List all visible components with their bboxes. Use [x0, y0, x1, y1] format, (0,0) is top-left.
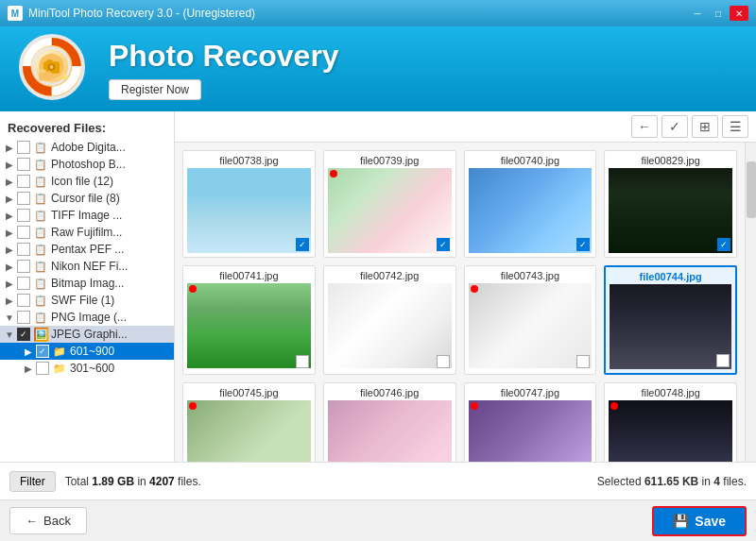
card-checkbox[interactable]: ✓: [717, 238, 730, 251]
card-checkbox[interactable]: ✓: [576, 238, 590, 251]
sidebar-item-cursor[interactable]: ▶ 📋 Cursor file (8): [0, 190, 174, 207]
item-checkbox[interactable]: [17, 260, 30, 273]
image-card[interactable]: file00747.jpg: [464, 382, 597, 462]
file-icon: 🖼️: [34, 328, 47, 341]
sidebar-item-label: Bitmap Imag...: [51, 277, 124, 290]
sidebar-item-photoshop[interactable]: ▶ 📋 Photoshop B...: [0, 156, 174, 173]
item-checkbox[interactable]: [17, 209, 30, 222]
sidebar-item-swf[interactable]: ▶ 📋 SWF File (1): [0, 292, 174, 309]
svg-rect-7: [39, 72, 51, 81]
sidebar-item-jpeg[interactable]: ▼ ✓ 🖼️ JPEG Graphi...: [0, 326, 174, 343]
sidebar-item-raw[interactable]: ▶ 📋 Raw Fujifilm...: [0, 224, 174, 241]
sidebar-item-bitmap[interactable]: ▶ 📋 Bitmap Imag...: [0, 275, 174, 292]
scrollbar-thumb[interactable]: [747, 161, 756, 218]
selected-text: Selected 611.65 KB in 4 files.: [597, 475, 747, 488]
image-card[interactable]: file00829.jpg✓: [604, 150, 737, 258]
sidebar-item-label: Adobe Digita...: [51, 141, 126, 154]
image-filename: file00745.jpg: [187, 387, 311, 398]
image-grid: file00738.jpg✓file00739.jpg✓file00740.jp…: [175, 143, 745, 462]
svg-rect-8: [39, 70, 46, 73]
statusbar: Filter Total 1.89 GB in 4207 files. Sele…: [0, 462, 756, 499]
back-button[interactable]: ← Back: [9, 507, 87, 534]
maximize-button[interactable]: □: [709, 6, 728, 21]
image-card[interactable]: file00739.jpg✓: [323, 150, 456, 258]
sidebar-item-range1[interactable]: ▶ ✓ 📁 601~900: [0, 343, 174, 360]
sidebar-item-adobe[interactable]: ▶ 📋 Adobe Digita...: [0, 139, 174, 156]
filter-button[interactable]: Filter: [9, 471, 56, 492]
expand-icon: ▶: [4, 261, 15, 272]
app-header-title: Photo Recovery: [109, 39, 737, 74]
expand-icon: ▶: [4, 278, 15, 289]
card-checkbox[interactable]: ✓: [296, 238, 309, 251]
expand-icon: ▶: [23, 363, 34, 374]
file-tree-sidebar: Recovered Files: ▶ 📋 Adobe Digita... ▶ 📋…: [0, 111, 175, 462]
file-icon: 📋: [34, 311, 47, 324]
sidebar-item-png[interactable]: ▼ 📋 PNG Image (...: [0, 309, 174, 326]
sidebar-item-label: Pentax PEF ...: [51, 243, 124, 256]
card-checkbox[interactable]: [296, 355, 309, 368]
header: ★ Photo Recovery Register Now: [0, 26, 756, 111]
save-disk-icon: 💾: [673, 514, 689, 529]
item-checkbox[interactable]: [17, 277, 30, 290]
card-checkbox[interactable]: [716, 354, 730, 367]
close-button[interactable]: ✕: [730, 6, 748, 21]
sidebar-item-label: Icon file (12): [51, 175, 113, 188]
item-checkbox[interactable]: [17, 226, 30, 239]
content-toolbar: ← ✓ ⊞ ☰: [175, 111, 756, 143]
file-icon: 📋: [34, 277, 47, 290]
back-nav-button[interactable]: ←: [631, 115, 658, 138]
sidebar-title: Recovered Files:: [0, 115, 174, 139]
file-icon: 📋: [34, 192, 47, 205]
header-text: Photo Recovery Register Now: [109, 39, 737, 100]
card-checkbox[interactable]: [576, 355, 590, 368]
sidebar-item-icon[interactable]: ▶ 📋 Icon file (12): [0, 173, 174, 190]
item-checkbox[interactable]: [17, 141, 30, 154]
expand-icon: ▶: [4, 227, 15, 238]
item-checkbox[interactable]: ✓: [36, 345, 49, 358]
file-icon: 📋: [34, 226, 47, 239]
save-label: Save: [695, 514, 726, 529]
folder-icon: 📁: [53, 345, 66, 358]
image-filename: file00748.jpg: [609, 387, 732, 398]
item-checkbox[interactable]: [17, 158, 30, 171]
status-text: Total 1.89 GB in 4207 files.: [65, 475, 588, 488]
sidebar-item-tiff[interactable]: ▶ 📋 TIFF Image ...: [0, 207, 174, 224]
scrollbar[interactable]: [745, 143, 756, 462]
expand-icon: ▶: [4, 159, 15, 170]
card-checkbox[interactable]: [437, 355, 450, 368]
image-card[interactable]: file00744.jpg: [604, 265, 737, 375]
select-all-button[interactable]: ✓: [662, 115, 688, 138]
save-button[interactable]: 💾 Save: [652, 506, 747, 536]
image-card[interactable]: file00742.jpg: [323, 265, 456, 375]
image-thumbnail: [328, 283, 452, 368]
total-size: 1.89 GB: [92, 475, 134, 488]
image-card[interactable]: file00743.jpg: [464, 265, 597, 375]
sidebar-item-label: Photoshop B...: [51, 158, 126, 171]
image-card[interactable]: file00748.jpg: [604, 382, 737, 462]
file-icon: 📋: [34, 175, 47, 188]
expand-icon: ▼: [4, 312, 15, 323]
image-card[interactable]: file00745.jpg: [182, 382, 316, 462]
image-card[interactable]: file00740.jpg✓: [464, 150, 597, 258]
image-card[interactable]: file00746.jpg: [323, 382, 456, 462]
image-filename: file00740.jpg: [469, 155, 593, 166]
sidebar-item-pentax[interactable]: ▶ 📋 Pentax PEF ...: [0, 241, 174, 258]
item-checkbox[interactable]: [17, 243, 30, 256]
image-card[interactable]: file00738.jpg✓: [182, 150, 316, 258]
item-checkbox[interactable]: [17, 294, 30, 307]
item-checkbox[interactable]: ✓: [17, 328, 30, 341]
item-checkbox[interactable]: [17, 175, 30, 188]
minimize-button[interactable]: ─: [688, 6, 707, 21]
register-button[interactable]: Register Now: [109, 79, 201, 100]
image-card[interactable]: file00741.jpg: [182, 265, 316, 375]
sidebar-item-range2[interactable]: ▶ 📁 301~600: [0, 360, 174, 377]
back-arrow-icon: ←: [26, 514, 38, 528]
item-checkbox[interactable]: [17, 311, 30, 324]
grid-view-button[interactable]: ⊞: [692, 115, 718, 138]
image-thumbnail: [610, 284, 731, 369]
sidebar-item-nikon[interactable]: ▶ 📋 Nikon NEF Fi...: [0, 258, 174, 275]
card-checkbox[interactable]: ✓: [437, 238, 450, 251]
item-checkbox[interactable]: [36, 362, 49, 375]
item-checkbox[interactable]: [17, 192, 30, 205]
list-view-button[interactable]: ☰: [722, 115, 748, 138]
